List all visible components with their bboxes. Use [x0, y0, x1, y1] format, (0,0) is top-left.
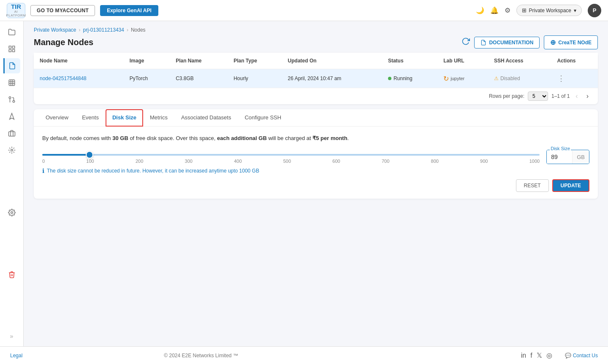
facebook-icon[interactable]: f [530, 352, 532, 359]
node-link[interactable]: node-042517544848 [40, 75, 87, 81]
disk-size-slider[interactable] [42, 154, 540, 156]
warning-icon: ⚠ [494, 75, 499, 81]
breadcrumb-sep1: › [79, 27, 80, 33]
tab-overview[interactable]: Overview [39, 109, 75, 127]
slider-label-900: 900 [480, 159, 488, 164]
documentation-label: DOCUMENTATION [489, 40, 533, 46]
settings-icon[interactable]: ⚙ [505, 6, 510, 14]
refresh-button[interactable] [461, 37, 470, 48]
disk-warning-text: The disk size cannot be reduced in futur… [47, 168, 259, 174]
disk-action-buttons: RESET UPDATE [42, 179, 589, 192]
update-button[interactable]: UPDATE [552, 179, 589, 192]
jupyter-spin-icon: ↻ [443, 75, 449, 83]
sidebar-item-delete[interactable] [3, 267, 20, 282]
col-updated-on: Updated On [282, 53, 382, 69]
disk-input-box: GB [546, 150, 589, 164]
page-title: Manage Nodes [34, 38, 93, 47]
slider-label-700: 700 [382, 159, 389, 164]
slider-label-600: 600 [332, 159, 340, 164]
col-ssh-access: SSH Access [488, 53, 551, 69]
col-actions: Actions [551, 53, 598, 69]
linkedin-icon[interactable]: in [521, 352, 526, 359]
sidebar-item-registry[interactable] [3, 126, 20, 141]
footer: Legal © 2024 E2E Networks Limited ™ in f… [0, 346, 608, 364]
reset-button[interactable]: RESET [516, 179, 549, 192]
svg-rect-4 [9, 80, 15, 86]
col-status: Status [382, 53, 437, 69]
actions-cell[interactable]: ⋮ [551, 69, 598, 88]
svg-point-9 [13, 100, 15, 102]
notifications-button[interactable]: 🔔 [490, 6, 499, 14]
topnav-right: 🌙 🔔 ⚙ ⊞ Private Workspace ▾ P [476, 4, 601, 17]
svg-rect-2 [9, 50, 11, 52]
tab-configure-ssh[interactable]: Configure SSH [238, 109, 288, 127]
sidebar-item-git[interactable] [3, 92, 20, 107]
rss-icon[interactable]: ◎ [546, 351, 552, 359]
plan-name-cell: C3.8GB [170, 69, 228, 88]
pagination-next[interactable]: › [584, 92, 591, 101]
disk-size-content: By default, node comes with 30 GB of fre… [34, 127, 598, 199]
node-name-cell[interactable]: node-042517544848 [34, 69, 124, 88]
breadcrumb-workspace[interactable]: Private Workspace [34, 27, 76, 33]
slider-wrap: 0 100 200 300 400 500 600 700 800 900 10… [42, 151, 540, 164]
svg-marker-12 [9, 113, 14, 119]
svg-point-10 [9, 97, 11, 99]
svg-rect-0 [9, 46, 11, 48]
footer-legal[interactable]: Legal [10, 353, 22, 359]
slider-label-800: 800 [431, 159, 439, 164]
status-text: Running [394, 75, 413, 81]
content-area: Private Workspace › prj-013011213434 › N… [24, 21, 608, 346]
workspace-selector[interactable]: ⊞ Private Workspace ▾ [516, 5, 582, 16]
col-lab-url: Lab URL [437, 53, 488, 69]
additional-gb-bold: each additional GB [217, 135, 267, 141]
tabs-row: Overview Events Disk Size Metrics Associ… [34, 109, 598, 127]
lab-url-cell[interactable]: ↻ jupyter [437, 69, 488, 88]
col-plan-type: Plan Type [228, 53, 282, 69]
pagination-prev[interactable]: ‹ [573, 92, 580, 101]
user-avatar[interactable]: P [588, 4, 601, 17]
tab-associated-datasets[interactable]: Associated Datasets [174, 109, 238, 127]
table-row[interactable]: node-042517544848 PyTorch C3.8GB Hourly … [34, 69, 598, 88]
sidebar-item-folder[interactable] [3, 24, 20, 40]
dark-mode-toggle[interactable]: 🌙 [476, 6, 484, 14]
sidebar-item-nodes[interactable] [3, 58, 20, 73]
disk-warning: ℹ The disk size cannot be reduced in fut… [42, 167, 589, 174]
slider-label-400: 400 [234, 159, 242, 164]
disk-input-wrap: Disk Size GB [546, 150, 589, 164]
pagination-row: Rows per page: 5 10 25 1–1 of 1 ‹ › [34, 88, 598, 104]
top-navigation: TIR AI PLATFORM GO TO MYACCOUNT Explore … [0, 0, 608, 21]
row-actions-menu[interactable]: ⋮ [557, 74, 565, 83]
sidebar: » [0, 21, 24, 346]
ssh-status-text: Disabled [500, 75, 520, 81]
tab-disk-size[interactable]: Disk Size [106, 109, 143, 127]
contact-us-link[interactable]: 💬 Contact Us [565, 353, 598, 359]
tab-metrics[interactable]: Metrics [143, 109, 174, 127]
slider-row: 0 100 200 300 400 500 600 700 800 900 10… [42, 150, 589, 164]
footer-social: in f 𝕏 ◎ 💬 Contact Us [521, 351, 598, 359]
disk-number-input[interactable] [547, 150, 572, 164]
rows-per-page-select[interactable]: 5 10 25 [528, 92, 548, 101]
contact-us-text: Contact Us [573, 353, 598, 359]
documentation-button[interactable]: DOCUMENTATION [474, 37, 540, 49]
breadcrumb-project[interactable]: prj-013011213434 [83, 27, 124, 33]
image-cell: PyTorch [124, 69, 170, 88]
explore-genai-button[interactable]: Explore GenAI API [100, 5, 158, 16]
sidebar-item-extension[interactable] [3, 143, 20, 158]
sidebar-item-table[interactable] [3, 75, 20, 90]
slider-label-1000: 1000 [529, 159, 540, 164]
sidebar-item-settings[interactable] [3, 205, 20, 220]
create-node-button[interactable]: ⊕ CreaTE NOdE [544, 35, 598, 49]
tab-events[interactable]: Events [75, 109, 106, 127]
logo-area: TIR AI PLATFORM [7, 3, 25, 18]
jupyter-label: jupyter [451, 76, 464, 81]
sidebar-item-grid[interactable] [3, 41, 20, 57]
sidebar-expand-button[interactable]: » [7, 329, 17, 343]
myaccount-button[interactable]: GO TO MYACCOUNT [30, 5, 95, 16]
updated-on-cell: 26 April, 2024 10:47 am [282, 69, 382, 88]
slider-label-200: 200 [136, 159, 143, 164]
slider-labels: 0 100 200 300 400 500 600 700 800 900 10… [42, 159, 540, 164]
disk-info-text: By default, node comes with 30 GB of fre… [42, 135, 589, 141]
twitter-icon[interactable]: 𝕏 [537, 351, 542, 359]
svg-point-14 [11, 149, 13, 151]
sidebar-item-hub[interactable] [3, 109, 20, 124]
